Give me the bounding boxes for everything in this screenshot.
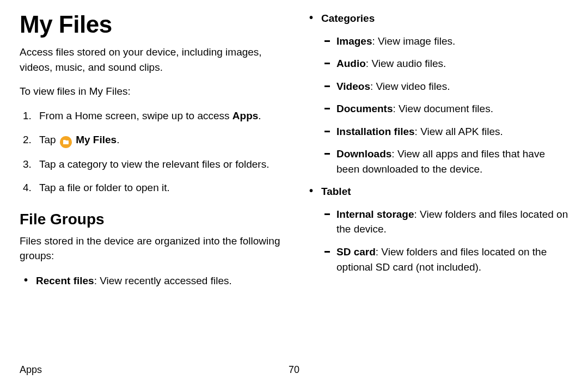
- cat-videos: Videos: View video files.: [323, 79, 568, 94]
- page-footer: Apps 70: [20, 364, 568, 376]
- lead-text: To view files in My Files:: [20, 85, 283, 97]
- tab-sdcard: SD card: View folders and files located …: [323, 244, 568, 274]
- section-heading: File Groups: [20, 211, 283, 228]
- tab-internal: Internal storage: View folders and files…: [323, 207, 568, 237]
- cat-installation: Installation files: View all APK files.: [323, 124, 568, 139]
- cat-audio: Audio: View audio files.: [323, 56, 568, 71]
- footer-section-label: Apps: [20, 364, 42, 376]
- tablet-sublist: Internal storage: View folders and files…: [323, 207, 568, 274]
- steps-list: From a Home screen, swipe up to access A…: [23, 108, 283, 195]
- bullet-list-right: Categories Images: View image files. Aud…: [308, 11, 568, 274]
- intro-text: Access files stored on your device, incl…: [20, 45, 283, 75]
- step-1: From a Home screen, swipe up to access A…: [23, 108, 283, 124]
- section-sub: Files stored in the device are organized…: [20, 234, 283, 264]
- cat-images: Images: View image files.: [323, 34, 568, 49]
- footer-page-number: 70: [289, 364, 299, 376]
- page-title: My Files: [20, 11, 283, 38]
- left-column: My Files Access files stored on your dev…: [20, 11, 283, 296]
- cat-downloads: Downloads: View all apps and files that …: [323, 146, 568, 176]
- cat-documents: Documents: View document files.: [323, 101, 568, 117]
- step-2: Tap My Files.: [23, 132, 283, 148]
- right-column: Categories Images: View image files. Aud…: [305, 11, 568, 296]
- step-4: Tap a file or folder to open it.: [23, 180, 283, 195]
- categories-sublist: Images: View image files. Audio: View au…: [323, 34, 568, 177]
- recent-files-item: Recent files: View recently accessed fil…: [23, 273, 283, 289]
- step-3: Tap a category to view the relevant file…: [23, 157, 283, 172]
- categories-item: Categories Images: View image files. Aud…: [308, 11, 568, 176]
- tablet-item: Tablet Internal storage: View folders an…: [308, 184, 568, 274]
- bullet-list-left: Recent files: View recently accessed fil…: [23, 273, 283, 289]
- folder-icon: [60, 136, 72, 148]
